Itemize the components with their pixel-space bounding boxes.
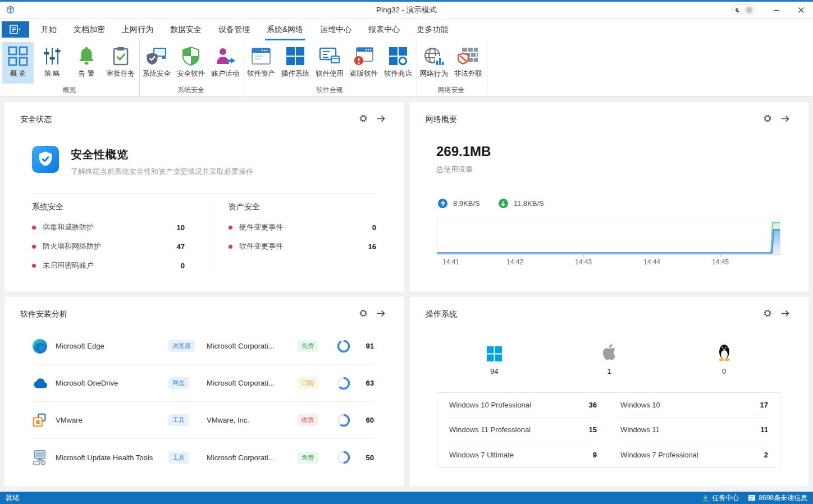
upload-icon bbox=[438, 199, 447, 208]
os-table-cell: Windows 7 Professional 2 bbox=[620, 442, 768, 467]
tab-start[interactable]: 开始 bbox=[33, 19, 65, 40]
dashboard-content: 安全状态 安全性概览 了解终端当前系统安全性和资产变更情况并采取必要操作 系统安… bbox=[0, 97, 813, 492]
ribbon-group-label: 软件合规 bbox=[245, 84, 414, 96]
software-store-icon bbox=[388, 44, 408, 68]
alarm-icon bbox=[76, 44, 97, 68]
software-row-update-health-tools[interactable]: Microsoft Update Health Tools 工具 Microso… bbox=[32, 439, 374, 476]
ribbon-item-account-activity[interactable]: 账户活动 bbox=[209, 42, 241, 84]
windows-icon bbox=[487, 341, 502, 361]
tab-data-security[interactable]: 数据安全 bbox=[162, 19, 210, 40]
upload-rate: 8.9KB/S bbox=[453, 199, 480, 208]
operating-system-icon bbox=[285, 44, 305, 68]
ribbon-item-policy[interactable]: 策 略 bbox=[36, 42, 68, 84]
security-metric-row: 软件变更事件 16 bbox=[229, 237, 376, 256]
network-behavior-icon bbox=[423, 44, 445, 68]
tab-ops-center[interactable]: 运维中心 bbox=[312, 19, 360, 40]
divider bbox=[32, 193, 376, 194]
tab-web-behavior[interactable]: 上网行为 bbox=[113, 19, 162, 40]
software-asset-icon bbox=[250, 44, 272, 68]
ribbon-item-software-store[interactable]: 软件商店 bbox=[382, 42, 414, 84]
software-row-vmware[interactable]: VMware 工具 VMware, Inc. 收费 60 bbox=[32, 402, 374, 439]
settings-gear-icon[interactable] bbox=[359, 114, 368, 125]
ribbon-item-overview[interactable]: 概 览 bbox=[2, 42, 34, 84]
software-usage-icon bbox=[319, 44, 340, 68]
tab-more-features[interactable]: 更多功能 bbox=[408, 19, 456, 40]
category-badge: 浏览器 bbox=[168, 340, 195, 352]
price-badge: 收费 bbox=[298, 414, 318, 426]
open-arrow-icon[interactable] bbox=[376, 309, 386, 320]
close-button[interactable] bbox=[793, 2, 810, 18]
open-arrow-icon[interactable] bbox=[376, 114, 386, 125]
ribbon-item-operating-system[interactable]: 操作系统 bbox=[280, 42, 311, 84]
tab-system-network[interactable]: 系统&网络 bbox=[258, 19, 312, 40]
ribbon-item-network-behavior[interactable]: 网络行为 bbox=[418, 42, 450, 84]
open-arrow-icon[interactable] bbox=[780, 114, 790, 125]
ribbon-item-alarm[interactable]: 告 警 bbox=[71, 42, 102, 84]
card-title: 网络概要 bbox=[426, 114, 457, 125]
red-dot-icon bbox=[32, 245, 36, 249]
os-table-cell: Windows 10 Professional 36 bbox=[449, 393, 597, 418]
category-badge: 工具 bbox=[168, 414, 189, 426]
chart-x-axis: 14:41 14:42 14:43 14:44 14:45 bbox=[437, 255, 780, 268]
download-rate: 11.8KB/S bbox=[514, 199, 544, 208]
ribbon-group-system-security: 系统安全 安全软件 账户活动 系统安全 bbox=[140, 40, 244, 96]
platform-linux: 0 bbox=[666, 341, 782, 375]
policy-icon bbox=[42, 44, 62, 68]
red-dot-icon bbox=[229, 226, 232, 230]
minimize-button[interactable] bbox=[768, 2, 785, 18]
x-tick-label: 14:41 bbox=[442, 258, 459, 266]
total-traffic-value: 269.1MB bbox=[436, 144, 809, 159]
menu-icon bbox=[10, 25, 21, 34]
ribbon-item-system-security[interactable]: 系统安全 bbox=[141, 42, 172, 84]
ribbon-item-pirated-software[interactable]: 盗版软件 bbox=[348, 42, 380, 84]
software-row-edge[interactable]: Microsoft Edge 浏览器 Microsoft Corporati..… bbox=[32, 328, 374, 365]
settings-gear-icon[interactable] bbox=[763, 114, 772, 125]
tab-report-center[interactable]: 报表中心 bbox=[360, 19, 408, 40]
software-row-onedrive[interactable]: Microsoft OneDrive 网盘 Microsoft Corporat… bbox=[32, 365, 374, 402]
security-overview-heading: 安全性概览 bbox=[71, 147, 253, 162]
ribbon-group-label: 系统安全 bbox=[141, 84, 241, 96]
security-shield-badge bbox=[32, 146, 59, 175]
update-health-tools-icon bbox=[32, 450, 48, 465]
card-title: 安全状态 bbox=[20, 114, 52, 125]
pirated-software-icon bbox=[353, 44, 374, 68]
operating-system-card: 操作系统 94 1 0 bbox=[410, 297, 809, 486]
card-title: 软件安装分析 bbox=[20, 309, 67, 319]
ribbon-item-software-usage[interactable]: 软件使用 bbox=[314, 42, 345, 84]
moon-icon bbox=[734, 7, 740, 13]
ribbon-item-software-asset[interactable]: 软件资产 bbox=[245, 42, 277, 84]
ribbon-tab-row: 开始 文档加密 上网行为 数据安全 设备管理 系统&网络 运维中心 报表中心 更… bbox=[0, 19, 813, 40]
unread-messages-button[interactable]: 8698条未读信息 bbox=[748, 493, 807, 503]
os-table-cell: Windows 10 17 bbox=[620, 393, 768, 418]
ribbon-item-approval[interactable]: 审批任务 bbox=[105, 42, 136, 84]
theme-toggle[interactable] bbox=[732, 4, 755, 15]
task-center-button[interactable]: 任务中心 bbox=[702, 493, 739, 503]
red-dot-icon bbox=[229, 245, 232, 249]
settings-gear-icon[interactable] bbox=[763, 309, 772, 320]
install-ring bbox=[337, 414, 350, 427]
x-tick-label: 14:44 bbox=[643, 258, 660, 266]
red-dot-icon bbox=[32, 226, 36, 230]
ribbon-item-security-software[interactable]: 安全软件 bbox=[175, 42, 207, 84]
settings-gear-icon[interactable] bbox=[359, 309, 368, 320]
vmware-icon bbox=[32, 413, 48, 428]
message-icon bbox=[748, 494, 756, 501]
ribbon-item-illegal-connection[interactable]: 非法外联 bbox=[453, 42, 484, 84]
ribbon-group-overview: 概 览 策 略 告 警 审批任务 概览 bbox=[1, 40, 140, 96]
approval-icon bbox=[111, 44, 131, 68]
open-arrow-icon[interactable] bbox=[780, 309, 790, 320]
price-badge: 免费 bbox=[298, 452, 318, 464]
ribbon-toolbar: 概 览 策 略 告 警 审批任务 概览 bbox=[0, 40, 813, 97]
security-metric-row: 防火墙和网络防护 47 bbox=[32, 237, 185, 256]
security-metric-row: 未启用密码账户 0 bbox=[32, 256, 185, 275]
system-security-icon bbox=[146, 44, 167, 68]
ribbon-group-label: 网络安全 bbox=[418, 84, 484, 96]
tab-doc-encrypt[interactable]: 文档加密 bbox=[65, 19, 113, 40]
main-menu-button[interactable] bbox=[2, 21, 29, 38]
security-metric-row: 硬件变更事件 0 bbox=[229, 218, 376, 237]
download-icon bbox=[499, 199, 508, 208]
tab-device-mgmt[interactable]: 设备管理 bbox=[210, 19, 258, 40]
x-tick-label: 14:43 bbox=[575, 258, 592, 266]
platform-windows: 94 bbox=[437, 341, 552, 375]
category-badge: 网盘 bbox=[168, 377, 189, 389]
